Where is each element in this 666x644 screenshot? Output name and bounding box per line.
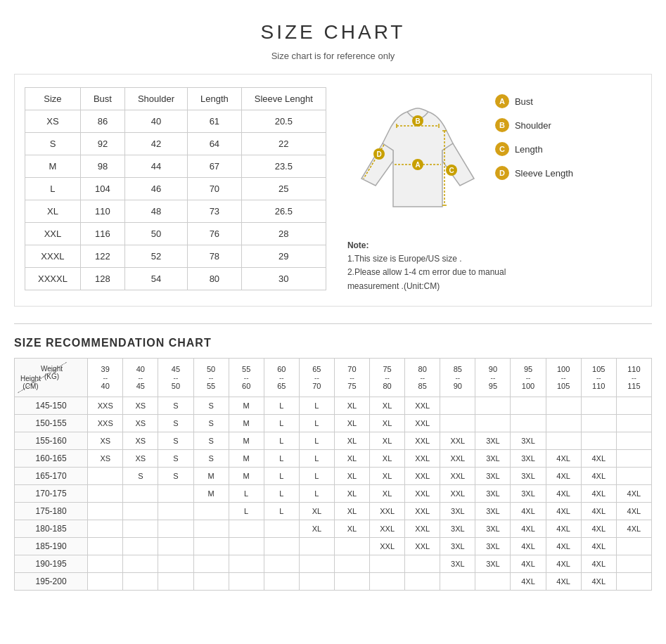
table-cell: 52: [124, 245, 187, 268]
table-cell: 116: [80, 223, 124, 245]
rec-size-cell: XL: [334, 414, 369, 432]
rec-size-cell: XXL: [440, 484, 475, 502]
rec-size-cell: S: [158, 432, 193, 449]
rec-size-cell: 4XL: [581, 502, 616, 520]
rec-size-cell: 3XL: [440, 520, 475, 537]
rec-size-cell: 4XL: [581, 572, 616, 590]
rec-size-cell: XXL: [405, 484, 440, 502]
legend-label-shoulder: Shoulder: [515, 120, 551, 131]
rec-weight-header: 65--70: [299, 358, 334, 397]
size-table-header: Bust: [80, 88, 124, 110]
table-cell: 104: [80, 178, 124, 200]
rec-size-cell: [475, 572, 511, 590]
rec-size-cell: XXL: [370, 502, 405, 520]
rec-size-cell: [334, 537, 369, 555]
diagram-section: B A C D: [340, 87, 641, 293]
rec-size-cell: 3XL: [511, 484, 546, 502]
rec-size-cell: [229, 572, 264, 590]
rec-size-cell: XL: [334, 484, 369, 502]
rec-size-cell: 4XL: [616, 484, 651, 502]
rec-size-cell: 4XL: [546, 484, 581, 502]
table-cell: 73: [187, 200, 241, 223]
rec-size-cell: S: [158, 397, 193, 414]
rec-size-cell: [264, 537, 299, 555]
rec-weight-header: 60--65: [264, 358, 299, 397]
size-table-header: Size: [25, 88, 81, 110]
rec-size-cell: [546, 414, 581, 432]
rec-size-cell: 3XL: [475, 467, 511, 484]
table-cell: 92: [80, 133, 124, 155]
rec-size-cell: XXL: [370, 520, 405, 537]
rec-size-cell: L: [229, 502, 264, 520]
rec-size-cell: L: [299, 432, 334, 449]
rec-size-cell: 4XL: [616, 520, 651, 537]
rec-size-cell: 4XL: [511, 520, 546, 537]
rec-height-cell: 150-155: [15, 414, 88, 432]
note-section: Note: 1.This size is Europe/US size . 2.…: [347, 239, 506, 293]
rec-size-cell: XL: [299, 502, 334, 520]
table-row: XS86406120.5: [25, 110, 326, 133]
table-cell: 28: [241, 223, 326, 245]
rec-size-cell: [193, 502, 229, 520]
size-table-wrap: SizeBustShoulderLengthSleeve Lenght XS86…: [25, 87, 326, 293]
table-cell: M: [25, 155, 81, 178]
rec-size-cell: [511, 397, 546, 414]
rec-size-cell: 4XL: [511, 555, 546, 572]
rec-table-row: 160-165XSXSSSMLLXLXLXXLXXL3XL3XL4XL4XL: [15, 449, 652, 467]
size-chart-section: SizeBustShoulderLengthSleeve Lenght XS86…: [14, 74, 652, 307]
legend-label-bust: Bust: [515, 96, 533, 107]
rec-size-cell: XXL: [405, 520, 440, 537]
table-row: XXXXL128548030: [25, 268, 326, 290]
rec-chart-section: SIZE RECOMMENDATION CHART Weight(KG) Hei…: [14, 337, 652, 591]
rec-size-cell: XXL: [440, 467, 475, 484]
height-label: Height(CM): [20, 375, 41, 390]
rec-table-row: 175-180LLXLXLXXLXXL3XL3XL4XL4XL4XL4XL: [15, 502, 652, 520]
rec-size-cell: 3XL: [440, 502, 475, 520]
rec-size-cell: [88, 502, 123, 520]
rec-size-cell: 4XL: [511, 537, 546, 555]
rec-size-cell: 4XL: [581, 467, 616, 484]
table-row: XXL116507628: [25, 223, 326, 245]
rec-size-cell: [440, 572, 475, 590]
rec-size-cell: XL: [334, 449, 369, 467]
rec-size-cell: 4XL: [546, 520, 581, 537]
rec-size-cell: [299, 555, 334, 572]
rec-size-cell: L: [264, 397, 299, 414]
table-cell: 110: [80, 200, 124, 223]
rec-size-cell: [229, 555, 264, 572]
rec-size-cell: 4XL: [546, 572, 581, 590]
rec-size-cell: [193, 555, 229, 572]
rec-height-cell: 195-200: [15, 572, 88, 590]
rec-size-cell: XS: [123, 397, 158, 414]
rec-size-cell: [193, 520, 229, 537]
rec-size-cell: [193, 572, 229, 590]
rec-table: Weight(KG) Height(CM) 39--4040--4545--50…: [14, 358, 652, 591]
rec-size-cell: XXL: [440, 432, 475, 449]
diagram-container: B A C D: [347, 87, 573, 228]
rec-size-cell: L: [264, 502, 299, 520]
table-cell: 48: [124, 200, 187, 223]
svg-text:D: D: [376, 150, 381, 158]
rec-size-cell: XXS: [88, 414, 123, 432]
table-cell: 70: [187, 178, 241, 200]
rec-size-cell: 4XL: [546, 537, 581, 555]
table-row: XL110487326.5: [25, 200, 326, 223]
rec-size-cell: M: [229, 432, 264, 449]
rec-size-cell: 4XL: [581, 555, 616, 572]
rec-chart-title: SIZE RECOMMENDATION CHART: [14, 337, 652, 349]
table-cell: XXL: [25, 223, 81, 245]
rec-weight-header: 110--115: [616, 358, 651, 397]
rec-size-cell: [616, 555, 651, 572]
rec-size-cell: 3XL: [511, 467, 546, 484]
rec-size-cell: S: [193, 397, 229, 414]
rec-size-cell: [616, 397, 651, 414]
rec-size-cell: [123, 572, 158, 590]
rec-weight-header: 75--80: [370, 358, 405, 397]
legend-item-length: C Length: [495, 142, 573, 156]
rec-size-cell: [158, 537, 193, 555]
rec-size-cell: XXL: [405, 397, 440, 414]
rec-size-cell: [88, 555, 123, 572]
rec-weight-header: 105--110: [581, 358, 616, 397]
rec-size-cell: XXL: [405, 467, 440, 484]
rec-size-cell: L: [264, 484, 299, 502]
